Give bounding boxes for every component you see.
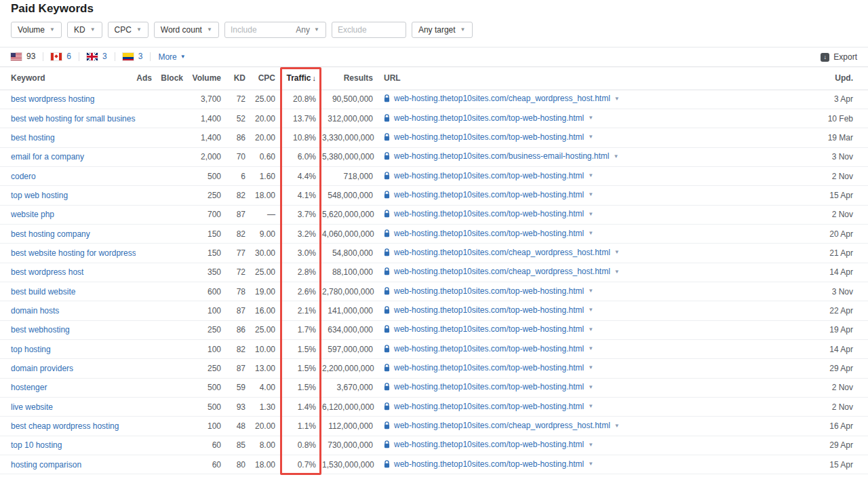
- keyword-link[interactable]: domain providers: [11, 364, 73, 373]
- block-cell: [157, 301, 189, 320]
- more-countries-link[interactable]: More ▼: [158, 52, 185, 62]
- url-link[interactable]: web-hosting.thetop10sites.com/top-web-ho…: [394, 344, 584, 354]
- keyword-link[interactable]: top web hosting: [11, 191, 68, 200]
- keyword-link[interactable]: best wordpress host: [11, 267, 83, 277]
- url-link[interactable]: web-hosting.thetop10sites.com/top-web-ho…: [394, 286, 584, 296]
- keyword-link[interactable]: best hosting: [11, 133, 55, 142]
- url-dropdown-caret[interactable]: ▼: [614, 153, 619, 159]
- block-cell: [157, 455, 189, 474]
- url-link[interactable]: web-hosting.thetop10sites.com/top-web-ho…: [394, 132, 584, 142]
- url-dropdown-caret[interactable]: ▼: [588, 442, 593, 448]
- url-dropdown-caret[interactable]: ▼: [588, 345, 593, 351]
- word-count-filter-button[interactable]: Word count ▼: [154, 22, 219, 38]
- url-dropdown-caret[interactable]: ▼: [588, 307, 593, 313]
- ads-cell: [136, 398, 157, 417]
- keyword-link[interactable]: top 10 hosting: [11, 440, 62, 450]
- url-dropdown-caret[interactable]: ▼: [588, 288, 593, 294]
- keyword-link[interactable]: best webhosting: [11, 325, 70, 335]
- url-dropdown-caret[interactable]: ▼: [588, 115, 593, 121]
- keyword-link[interactable]: best build website: [11, 287, 75, 297]
- url-link[interactable]: web-hosting.thetop10sites.com/top-web-ho…: [394, 113, 584, 123]
- upd-cell: 15 Apr: [810, 186, 868, 205]
- keyword-link[interactable]: best cheap wordpress hosting: [11, 421, 119, 431]
- export-button[interactable]: ↓ Export: [821, 52, 857, 62]
- country-filter-gb[interactable]: 3: [87, 52, 107, 61]
- upd-cell: 2 Nov: [810, 378, 868, 397]
- header-cpc[interactable]: CPC: [251, 67, 281, 90]
- url-dropdown-caret[interactable]: ▼: [614, 96, 620, 102]
- keyword-link[interactable]: hostenger: [11, 383, 47, 392]
- url-link[interactable]: web-hosting.thetop10sites.com/top-web-ho…: [394, 324, 584, 334]
- cpc-filter-button[interactable]: CPC ▼: [108, 22, 149, 38]
- traffic-cell: 2.1%: [281, 301, 321, 320]
- url-dropdown-caret[interactable]: ▼: [588, 364, 593, 370]
- url-dropdown-caret[interactable]: ▼: [588, 403, 593, 409]
- exclude-input[interactable]: [332, 22, 406, 38]
- url-link[interactable]: web-hosting.thetop10sites.com/top-web-ho…: [394, 363, 584, 373]
- keyword-link[interactable]: live website: [11, 402, 53, 412]
- url-link[interactable]: web-hosting.thetop10sites.com/top-web-ho…: [394, 305, 584, 315]
- keyword-link[interactable]: codero: [11, 172, 36, 181]
- url-dropdown-caret[interactable]: ▼: [588, 230, 593, 236]
- keyword-link[interactable]: top hosting: [11, 345, 51, 354]
- table-row: website php 700 87 — 3.7% 5,620,000,000 …: [0, 205, 868, 224]
- cpc-cell: 18.00: [251, 186, 281, 205]
- keyword-link[interactable]: hosting comparison: [11, 460, 81, 470]
- keyword-link[interactable]: domain hosts: [11, 306, 59, 316]
- keyword-link[interactable]: best website hosting for wordpress: [11, 248, 136, 258]
- include-mode-dropdown[interactable]: Any ▼: [290, 22, 326, 37]
- include-input[interactable]: [225, 25, 290, 35]
- any-target-dropdown[interactable]: Any target ▼: [412, 22, 473, 38]
- url-link[interactable]: web-hosting.thetop10sites.com/top-web-ho…: [394, 402, 584, 411]
- header-ads[interactable]: Ads: [136, 67, 157, 90]
- url-dropdown-caret[interactable]: ▼: [614, 249, 620, 255]
- country-filter-us[interactable]: 93: [11, 52, 35, 61]
- url-link[interactable]: web-hosting.thetop10sites.com/top-web-ho…: [394, 171, 584, 180]
- ads-cell: [136, 301, 157, 320]
- url-link[interactable]: web-hosting.thetop10sites.com/cheap_word…: [394, 94, 610, 103]
- block-cell: [157, 224, 189, 243]
- url-link[interactable]: web-hosting.thetop10sites.com/top-web-ho…: [394, 190, 584, 199]
- keyword-link[interactable]: best wordpress hosting: [11, 94, 94, 104]
- header-keyword[interactable]: Keyword: [0, 67, 136, 90]
- url-link[interactable]: web-hosting.thetop10sites.com/top-web-ho…: [394, 229, 584, 238]
- volume-cell: 2,000: [189, 147, 226, 166]
- country-filter-ca[interactable]: 6: [51, 52, 71, 61]
- upd-cell: 2 Nov: [810, 166, 868, 185]
- kd-filter-button[interactable]: KD ▼: [67, 22, 102, 38]
- keyword-link[interactable]: email for a company: [11, 152, 84, 161]
- header-traffic-sorted[interactable]: Traffic↓: [281, 67, 321, 90]
- header-kd[interactable]: KD: [226, 67, 251, 90]
- keyword-link[interactable]: best web hosting for small business: [11, 114, 136, 123]
- url-dropdown-caret[interactable]: ▼: [588, 211, 593, 217]
- url-link[interactable]: web-hosting.thetop10sites.com/cheap_word…: [394, 421, 610, 430]
- url-dropdown-caret[interactable]: ▼: [588, 172, 593, 178]
- header-results[interactable]: Results: [321, 67, 378, 90]
- url-dropdown-caret[interactable]: ▼: [614, 423, 620, 429]
- url-link[interactable]: web-hosting.thetop10sites.com/cheap_word…: [394, 248, 610, 257]
- url-dropdown-caret[interactable]: ▼: [614, 269, 620, 275]
- header-block[interactable]: Block: [157, 67, 189, 90]
- url-dropdown-caret[interactable]: ▼: [588, 384, 593, 390]
- url-link[interactable]: web-hosting.thetop10sites.com/top-web-ho…: [394, 382, 584, 392]
- url-link[interactable]: web-hosting.thetop10sites.com/top-web-ho…: [394, 459, 584, 469]
- keyword-link[interactable]: best hosting company: [11, 229, 90, 239]
- keyword-link[interactable]: website php: [11, 210, 54, 219]
- country-filter-co[interactable]: 3: [123, 52, 143, 61]
- results-cell: 141,000,000: [321, 301, 378, 320]
- volume-cell: 500: [189, 398, 226, 417]
- url-link[interactable]: web-hosting.thetop10sites.com/top-web-ho…: [394, 209, 584, 218]
- url-dropdown-caret[interactable]: ▼: [588, 134, 593, 140]
- header-url[interactable]: URL: [378, 67, 810, 90]
- url-dropdown-caret[interactable]: ▼: [588, 326, 593, 332]
- url-link[interactable]: web-hosting.thetop10sites.com/business-e…: [394, 151, 610, 161]
- header-volume[interactable]: Volume: [189, 67, 226, 90]
- header-upd[interactable]: Upd.: [810, 67, 868, 90]
- url-dropdown-caret[interactable]: ▼: [588, 461, 593, 467]
- table-row: best build website 600 78 19.00 2.6% 2,7…: [0, 282, 868, 301]
- url-link[interactable]: web-hosting.thetop10sites.com/top-web-ho…: [394, 440, 584, 449]
- url-link[interactable]: web-hosting.thetop10sites.com/cheap_word…: [394, 267, 610, 276]
- volume-filter-button[interactable]: Volume ▼: [11, 22, 62, 38]
- block-cell: [157, 244, 189, 263]
- url-dropdown-caret[interactable]: ▼: [588, 191, 593, 197]
